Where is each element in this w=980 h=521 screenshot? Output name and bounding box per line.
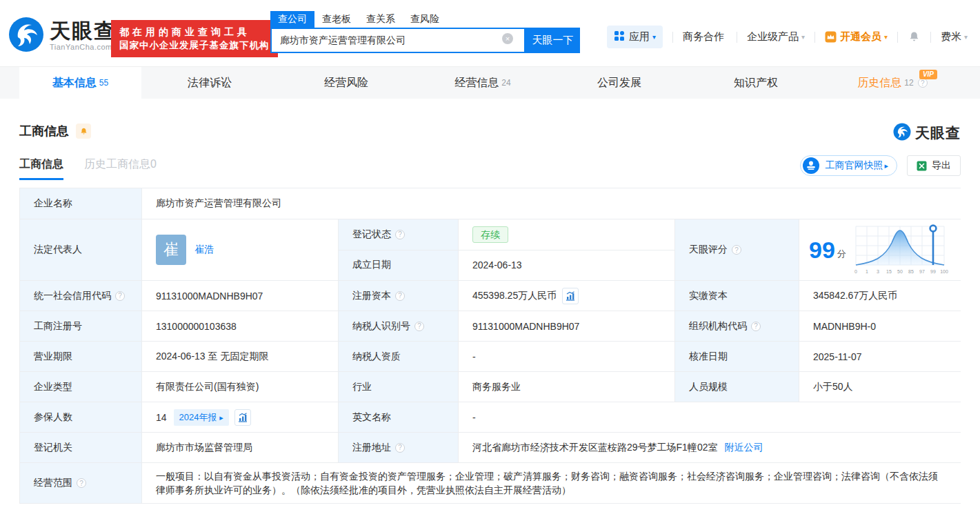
staff-size-value: 小于50人 [799, 372, 961, 402]
svg-text:3: 3 [877, 269, 879, 274]
svg-text:100: 100 [940, 269, 948, 274]
clear-icon[interactable]: × [502, 33, 513, 44]
company-type-value: 有限责任公司(国有独资) [142, 372, 339, 402]
monitor-bell-icon[interactable] [76, 124, 91, 139]
search-button[interactable]: 天眼一下 [526, 28, 580, 53]
legal-rep-value: 崔 崔浩 [142, 219, 339, 280]
help-icon[interactable]: ? [732, 245, 741, 255]
reg-address-value: 河北省廊坊市经济技术开发区蓝桉路29号梦工场F1幢02室 附近公司 [459, 433, 961, 462]
industry-value: 商务服务业 [459, 372, 675, 402]
logo-title: 天眼查 [50, 21, 116, 41]
search-tab-relation[interactable]: 查关系 [359, 11, 403, 28]
tianyancha-watermark: 天眼查 [893, 123, 961, 144]
business-scope-value: 一般项目：以自有资金从事投资活动；自有资金投资的资产管理服务；企业管理；破产清算… [142, 463, 961, 503]
site-logo[interactable]: 天眼查 TianYanCha.com [8, 17, 116, 55]
export-button[interactable]: 导出 [907, 155, 961, 176]
table-row: 法定代表人 崔 崔浩 登记状态? 存续 成立日期 2024-06-13 [20, 219, 960, 281]
taxpayer-id-label: 纳税人识别号? [339, 311, 459, 341]
help-icon[interactable]: ? [395, 443, 405, 453]
tab-basic-info[interactable]: 基本信息 55 [19, 67, 141, 99]
reg-number-value: 131000000103638 [142, 311, 339, 341]
svg-text:50: 50 [897, 269, 903, 274]
english-name-label: 英文名称 [339, 402, 459, 432]
taxpayer-quality-value: - [459, 342, 675, 371]
subtab-business-registration[interactable]: 工商信息 [19, 157, 63, 180]
arrow-right-icon: ▸ [219, 413, 223, 422]
table-row: 经营范围? 一般项目：以自有资金从事投资活动；自有资金投资的资产管理服务；企业管… [20, 463, 960, 504]
section-title: 工商信息 [19, 123, 69, 139]
search-area: 查公司 查老板 查关系 查风险 天眼一下 [270, 11, 580, 53]
help-icon[interactable]: ? [77, 478, 86, 488]
menu-business-coop[interactable]: 商务合作 [683, 30, 727, 43]
help-icon[interactable]: ? [115, 291, 125, 301]
avatar[interactable]: 崔 [156, 235, 186, 265]
org-code-label: 组织机构代码? [675, 311, 799, 341]
company-name-value: 廊坊市资产运营管理有限公司 [142, 188, 961, 219]
insured-count-label: 参保人数 [20, 402, 142, 432]
score-value: 99 分 [799, 219, 961, 280]
menu-open-vip[interactable]: 开通会员 ▾ [825, 30, 888, 43]
legal-rep-link[interactable]: 崔浩 [194, 244, 214, 256]
capital-trend-icon[interactable] [562, 288, 579, 304]
help-icon[interactable]: ? [414, 322, 424, 331]
help-icon[interactable]: ? [751, 322, 761, 331]
subtab-history-registration[interactable]: 历史工商信息0 [84, 157, 157, 180]
tab-company-development[interactable]: 公司发展 [551, 67, 688, 99]
search-tab-risk[interactable]: 查风险 [403, 11, 447, 28]
search-tab-company[interactable]: 查公司 [270, 11, 314, 28]
tab-intellectual-property[interactable]: 知识产权 [688, 67, 824, 99]
insured-count-value: 14 2024年报 ▸ [142, 402, 339, 432]
top-menu: 应用 ▾ 商务合作 企业级产品 ▾ 开通会员 ▾ [607, 26, 968, 48]
reg-capital-label: 注册资本? [339, 281, 459, 311]
establish-date-label: 成立日期 [339, 250, 459, 281]
table-row: 参保人数 14 2024年报 ▸ 英文名称 - [20, 402, 960, 433]
company-name-label: 企业名称 [20, 188, 142, 219]
table-row: 营业期限 2024-06-13 至 无固定期限 纳税人资质 - 核准日期 202… [20, 342, 960, 372]
nearby-companies-link[interactable]: 附近公司 [724, 442, 763, 454]
menu-enterprise-products[interactable]: 企业级产品 ▾ [747, 30, 805, 43]
apps-menu-button[interactable]: 应用 ▾ [607, 26, 663, 48]
svg-text:1: 1 [866, 269, 868, 274]
table-row: 企业类型 有限责任公司(国有独资) 行业 商务服务业 人员规模 小于50人 [20, 372, 960, 402]
approval-date-label: 核准日期 [675, 342, 799, 371]
reg-status-value: 存续 [459, 219, 675, 250]
insured-trend-icon[interactable] [234, 409, 251, 426]
chevron-down-icon: ▾ [884, 34, 888, 41]
svg-text:0: 0 [854, 269, 857, 274]
status-badge: 存续 [472, 226, 508, 243]
svg-text:15: 15 [886, 269, 892, 274]
tab-business-info[interactable]: 经营信息 24 [414, 67, 551, 99]
user-menu[interactable]: 费米 ▾ [941, 30, 968, 43]
table-row: 工商注册号 131000000103638 纳税人识别号? 91131000MA… [20, 311, 960, 342]
notification-bell-icon[interactable] [908, 30, 921, 43]
search-tab-boss[interactable]: 查老板 [314, 11, 359, 28]
stamp-icon [803, 157, 819, 174]
tab-history-info[interactable]: 历史信息 12 ? VIP [824, 67, 961, 99]
business-term-label: 营业期限 [20, 342, 142, 371]
svg-text:99: 99 [930, 269, 936, 274]
business-term-value: 2024-06-13 至 无固定期限 [142, 342, 339, 371]
score-label: 天眼评分? [675, 219, 799, 280]
help-icon[interactable]: ? [918, 78, 928, 88]
credit-code-value: 91131000MADNHB9H07 [142, 281, 339, 311]
taxpayer-quality-label: 纳税人资质 [339, 342, 459, 371]
chevron-down-icon: ▾ [652, 34, 656, 41]
help-icon[interactable]: ? [395, 291, 405, 301]
tab-legal-proceedings[interactable]: 法律诉讼 [141, 67, 278, 99]
company-type-label: 企业类型 [20, 372, 142, 402]
reg-number-label: 工商注册号 [20, 311, 142, 341]
table-row: 企业名称 廊坊市资产运营管理有限公司 [20, 188, 960, 219]
banner-line1: 都在用的商业查询工具 [119, 25, 270, 39]
tab-operating-risk[interactable]: 经营风险 [278, 67, 414, 99]
annual-report-badge[interactable]: 2024年报 ▸ [174, 409, 229, 426]
arrow-right-icon: ▸ [884, 161, 888, 170]
staff-size-label: 人员规模 [675, 372, 799, 402]
reg-status-label: 登记状态? [339, 219, 459, 250]
search-input[interactable] [270, 28, 526, 53]
search-tabs: 查公司 查老板 查关系 查风险 [270, 11, 580, 28]
help-icon[interactable]: ? [395, 230, 405, 239]
chevron-down-icon: ▾ [964, 34, 968, 41]
paid-capital-value: 345842.67万人民币 [799, 281, 961, 311]
official-snapshot-button[interactable]: 工商官网快照 ▸ [800, 155, 897, 176]
site-header: 天眼查 TianYanCha.com 都在用的商业查询工具 国家中小企业发展子基… [0, 0, 980, 66]
